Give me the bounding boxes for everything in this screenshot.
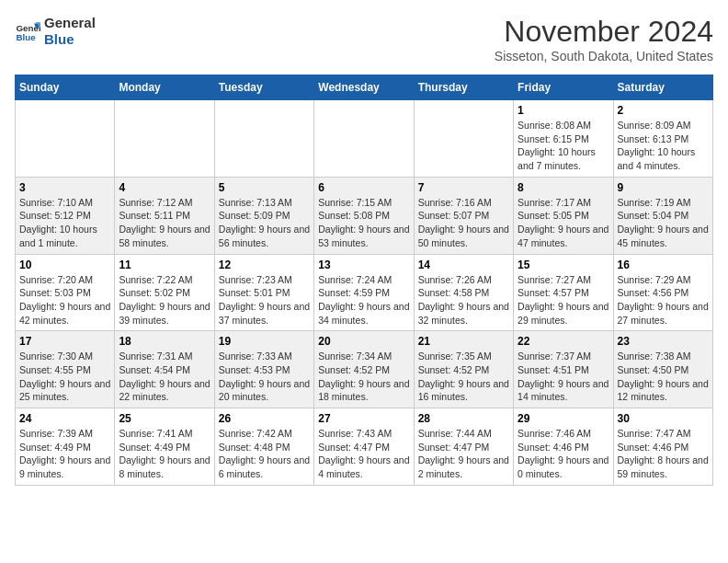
- calendar-day-13: 13Sunrise: 7:24 AM Sunset: 4:59 PM Dayli…: [314, 254, 414, 331]
- calendar-day-4: 4Sunrise: 7:12 AM Sunset: 5:11 PM Daylig…: [115, 177, 214, 254]
- day-number: 2: [618, 104, 709, 117]
- day-number: 11: [119, 259, 210, 271]
- day-number: 7: [418, 181, 509, 194]
- day-info: Sunrise: 8:09 AM Sunset: 6:13 PM Dayligh…: [618, 119, 709, 173]
- day-info: Sunrise: 8:08 AM Sunset: 6:15 PM Dayligh…: [518, 119, 609, 173]
- day-info: Sunrise: 7:30 AM Sunset: 4:55 PM Dayligh…: [19, 350, 110, 404]
- day-info: Sunrise: 7:39 AM Sunset: 4:49 PM Dayligh…: [19, 427, 110, 481]
- day-info: Sunrise: 7:43 AM Sunset: 4:47 PM Dayligh…: [318, 427, 409, 481]
- day-info: Sunrise: 7:41 AM Sunset: 4:49 PM Dayligh…: [119, 427, 210, 481]
- calendar-empty-cell: [314, 100, 414, 178]
- day-number: 16: [618, 259, 709, 271]
- day-number: 23: [618, 335, 709, 348]
- day-info: Sunrise: 7:17 AM Sunset: 5:05 PM Dayligh…: [518, 196, 609, 250]
- day-info: Sunrise: 7:24 AM Sunset: 4:59 PM Dayligh…: [318, 273, 409, 327]
- day-number: 8: [518, 181, 609, 194]
- day-info: Sunrise: 7:22 AM Sunset: 5:02 PM Dayligh…: [119, 273, 210, 327]
- calendar-day-21: 21Sunrise: 7:35 AM Sunset: 4:52 PM Dayli…: [414, 331, 513, 408]
- day-info: Sunrise: 7:47 AM Sunset: 4:46 PM Dayligh…: [618, 427, 709, 481]
- day-number: 24: [19, 412, 110, 425]
- calendar-day-7: 7Sunrise: 7:16 AM Sunset: 5:07 PM Daylig…: [414, 177, 513, 254]
- day-number: 29: [518, 412, 609, 425]
- calendar-day-5: 5Sunrise: 7:13 AM Sunset: 5:09 PM Daylig…: [214, 177, 313, 254]
- calendar-day-22: 22Sunrise: 7:37 AM Sunset: 4:51 PM Dayli…: [514, 331, 613, 408]
- day-number: 5: [219, 181, 310, 194]
- weekday-header-saturday: Saturday: [613, 75, 712, 100]
- calendar-empty-cell: [414, 100, 513, 178]
- header-area: General Blue General Blue November 2024 …: [15, 15, 713, 63]
- day-number: 9: [618, 181, 709, 194]
- day-info: Sunrise: 7:37 AM Sunset: 4:51 PM Dayligh…: [518, 350, 609, 404]
- day-info: Sunrise: 7:26 AM Sunset: 4:58 PM Dayligh…: [418, 273, 509, 327]
- calendar-day-3: 3Sunrise: 7:10 AM Sunset: 5:12 PM Daylig…: [16, 177, 115, 254]
- day-number: 14: [418, 259, 509, 271]
- day-info: Sunrise: 7:10 AM Sunset: 5:12 PM Dayligh…: [19, 196, 110, 250]
- day-info: Sunrise: 7:31 AM Sunset: 4:54 PM Dayligh…: [119, 350, 210, 404]
- calendar-day-20: 20Sunrise: 7:34 AM Sunset: 4:52 PM Dayli…: [314, 331, 414, 408]
- day-number: 18: [119, 335, 210, 348]
- day-info: Sunrise: 7:27 AM Sunset: 4:57 PM Dayligh…: [518, 273, 609, 327]
- day-number: 10: [19, 259, 110, 271]
- calendar-day-24: 24Sunrise: 7:39 AM Sunset: 4:49 PM Dayli…: [16, 408, 115, 486]
- calendar-week-row: 10Sunrise: 7:20 AM Sunset: 5:03 PM Dayli…: [16, 254, 713, 331]
- day-number: 25: [119, 412, 210, 425]
- day-info: Sunrise: 7:19 AM Sunset: 5:04 PM Dayligh…: [618, 196, 709, 250]
- calendar-week-row: 3Sunrise: 7:10 AM Sunset: 5:12 PM Daylig…: [16, 177, 713, 254]
- day-number: 21: [418, 335, 509, 348]
- calendar-empty-cell: [115, 100, 214, 178]
- weekday-header-thursday: Thursday: [414, 75, 513, 100]
- calendar-week-row: 1Sunrise: 8:08 AM Sunset: 6:15 PM Daylig…: [16, 100, 713, 178]
- day-number: 22: [518, 335, 609, 348]
- calendar-table: SundayMondayTuesdayWednesdayThursdayFrid…: [15, 75, 713, 486]
- calendar-day-10: 10Sunrise: 7:20 AM Sunset: 5:03 PM Dayli…: [16, 254, 115, 331]
- day-info: Sunrise: 7:29 AM Sunset: 4:56 PM Dayligh…: [618, 273, 709, 327]
- calendar-day-14: 14Sunrise: 7:26 AM Sunset: 4:58 PM Dayli…: [414, 254, 513, 331]
- day-number: 27: [318, 412, 409, 425]
- day-info: Sunrise: 7:35 AM Sunset: 4:52 PM Dayligh…: [418, 350, 509, 404]
- calendar-day-1: 1Sunrise: 8:08 AM Sunset: 6:15 PM Daylig…: [514, 100, 613, 178]
- calendar-week-row: 24Sunrise: 7:39 AM Sunset: 4:49 PM Dayli…: [16, 408, 713, 486]
- location-subtitle: Sisseton, South Dakota, United States: [495, 49, 713, 63]
- day-number: 15: [518, 259, 609, 271]
- calendar-empty-cell: [214, 100, 313, 178]
- day-info: Sunrise: 7:12 AM Sunset: 5:11 PM Dayligh…: [119, 196, 210, 250]
- calendar-day-27: 27Sunrise: 7:43 AM Sunset: 4:47 PM Dayli…: [314, 408, 414, 486]
- logo-icon: General Blue: [15, 18, 40, 44]
- day-info: Sunrise: 7:46 AM Sunset: 4:46 PM Dayligh…: [518, 427, 609, 481]
- day-info: Sunrise: 7:16 AM Sunset: 5:07 PM Dayligh…: [418, 196, 509, 250]
- day-info: Sunrise: 7:20 AM Sunset: 5:03 PM Dayligh…: [19, 273, 110, 327]
- day-number: 3: [19, 181, 110, 194]
- calendar-day-16: 16Sunrise: 7:29 AM Sunset: 4:56 PM Dayli…: [613, 254, 712, 331]
- weekday-header-monday: Monday: [115, 75, 214, 100]
- calendar-day-26: 26Sunrise: 7:42 AM Sunset: 4:48 PM Dayli…: [214, 408, 313, 486]
- calendar-day-18: 18Sunrise: 7:31 AM Sunset: 4:54 PM Dayli…: [115, 331, 214, 408]
- day-number: 12: [219, 259, 310, 271]
- day-number: 19: [219, 335, 310, 348]
- svg-text:Blue: Blue: [16, 32, 36, 42]
- calendar-day-6: 6Sunrise: 7:15 AM Sunset: 5:08 PM Daylig…: [314, 177, 414, 254]
- day-number: 26: [219, 412, 310, 425]
- calendar-day-28: 28Sunrise: 7:44 AM Sunset: 4:47 PM Dayli…: [414, 408, 513, 486]
- calendar-day-2: 2Sunrise: 8:09 AM Sunset: 6:13 PM Daylig…: [613, 100, 712, 178]
- day-number: 30: [618, 412, 709, 425]
- day-number: 4: [119, 181, 210, 194]
- day-number: 13: [318, 259, 409, 271]
- weekday-header-wednesday: Wednesday: [314, 75, 414, 100]
- day-info: Sunrise: 7:42 AM Sunset: 4:48 PM Dayligh…: [219, 427, 310, 481]
- calendar-day-30: 30Sunrise: 7:47 AM Sunset: 4:46 PM Dayli…: [613, 408, 712, 486]
- calendar-day-25: 25Sunrise: 7:41 AM Sunset: 4:49 PM Dayli…: [115, 408, 214, 486]
- day-info: Sunrise: 7:44 AM Sunset: 4:47 PM Dayligh…: [418, 427, 509, 481]
- calendar-day-12: 12Sunrise: 7:23 AM Sunset: 5:01 PM Dayli…: [214, 254, 313, 331]
- calendar-day-15: 15Sunrise: 7:27 AM Sunset: 4:57 PM Dayli…: [514, 254, 613, 331]
- day-info: Sunrise: 7:15 AM Sunset: 5:08 PM Dayligh…: [318, 196, 409, 250]
- day-number: 1: [518, 104, 609, 117]
- logo: General Blue General Blue: [15, 15, 96, 48]
- calendar-week-row: 17Sunrise: 7:30 AM Sunset: 4:55 PM Dayli…: [16, 331, 713, 408]
- day-info: Sunrise: 7:33 AM Sunset: 4:53 PM Dayligh…: [219, 350, 310, 404]
- weekday-header-sunday: Sunday: [16, 75, 115, 100]
- day-number: 20: [318, 335, 409, 348]
- calendar-day-9: 9Sunrise: 7:19 AM Sunset: 5:04 PM Daylig…: [613, 177, 712, 254]
- logo-blue: Blue: [44, 31, 96, 48]
- calendar-day-29: 29Sunrise: 7:46 AM Sunset: 4:46 PM Dayli…: [514, 408, 613, 486]
- weekday-header-friday: Friday: [514, 75, 613, 100]
